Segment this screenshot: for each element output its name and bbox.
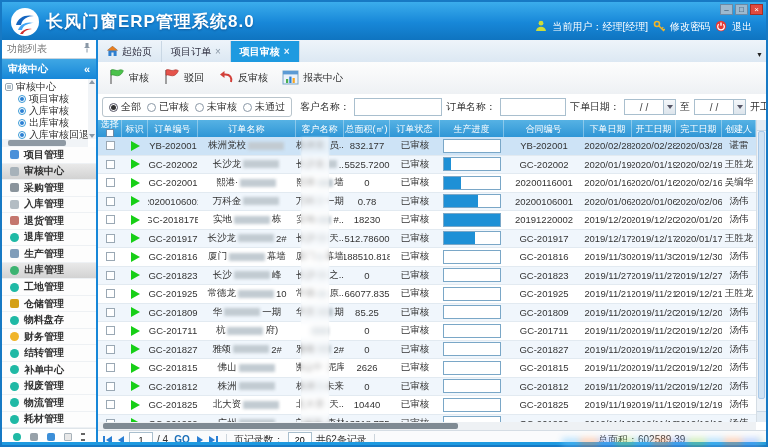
row-select-cell[interactable] [98,267,122,285]
column-header-订单名称[interactable]: 订单名称 [198,120,296,137]
logout-link[interactable]: 退出 [732,20,752,34]
table-row[interactable]: GC-201823长沙峰长沙之..0已审核GC-2018232019/11/27… [98,267,756,286]
row-select-cell[interactable] [98,378,122,396]
row-select-cell[interactable] [98,211,122,229]
table-row[interactable]: GC-201825北大资北大资天..10440已审核GC-2018252019/… [98,396,756,415]
change-password-link[interactable]: 修改密码 [670,20,710,34]
报表中心-button[interactable]: 报表中心 [282,70,343,87]
审核-button[interactable]: 审核 [108,69,149,87]
minimize-button[interactable]: – [720,4,733,15]
row-checkbox[interactable] [106,289,115,298]
order-date-from-picker[interactable]: / / [624,99,676,115]
pin-icon[interactable] [83,43,91,55]
row-select-cell[interactable] [98,359,122,377]
row-checkbox[interactable] [106,400,115,409]
document-icon[interactable] [64,433,72,441]
row-select-cell[interactable] [98,174,122,192]
sidebar-item-结转管理[interactable]: 结转管理 [2,345,96,362]
close-tab-icon[interactable]: × [215,46,221,57]
column-header-订单状态[interactable]: 订单状态 [390,120,440,137]
column-header-合同编号[interactable]: 合同编号 [504,120,584,137]
tree-node-入库审核回退[interactable]: 入库审核回退 [5,129,86,139]
sidebar-section-header[interactable]: 审核中心 « [2,59,96,79]
row-checkbox[interactable] [106,363,115,372]
radio-未通过[interactable]: 未通过 [243,100,285,114]
page-size-input[interactable] [288,432,312,442]
反审核-button[interactable]: 反审核 [218,70,268,86]
column-header-开工日期[interactable]: 开工日期 [632,120,676,137]
row-checkbox[interactable] [106,160,115,169]
row-checkbox[interactable] [106,308,115,317]
tree-vertical-scrollbar[interactable] [88,79,96,139]
close-button[interactable]: × [750,4,763,15]
sidebar-item-入库管理[interactable]: 入库管理 [2,197,96,214]
maximize-button[interactable]: □ [735,4,748,15]
row-checkbox[interactable] [106,215,115,224]
sidebar-item-退库管理[interactable]: 退库管理 [2,230,96,247]
table-horizontal-scrollbar[interactable] [98,422,756,430]
radio-icon[interactable] [195,103,204,112]
table-row[interactable]: GC-201902广州广州万森林13318.775已审核GC-201902201… [98,415,756,423]
table-row[interactable]: GC-201925常德龙10常德原..266077.835..已审核GC-201… [98,285,756,304]
scroll-up-icon[interactable] [89,80,95,84]
row-select-cell[interactable] [98,322,122,340]
sidebar-item-补单中心[interactable]: 补单中心 [2,362,96,379]
row-checkbox[interactable] [106,326,115,335]
table-row[interactable]: YB-202001株洲党校株洲党员..832.177已审核YB-20200120… [98,137,756,156]
row-checkbox[interactable] [106,141,115,150]
scroll-down-icon[interactable] [89,134,95,138]
customer-name-input[interactable] [354,98,442,116]
close-tab-icon[interactable]: × [284,46,290,57]
order-name-input[interactable] [500,98,566,116]
table-row[interactable]: GC-201815佛山佛山中泥库2626已审核GC-2018152019/11/… [98,359,756,378]
sidebar-item-退货管理[interactable]: 退货管理 [2,213,96,230]
teal-dot-icon[interactable] [13,433,21,441]
sidebar-item-出库管理[interactable]: 出库管理 [2,263,96,280]
row-checkbox[interactable] [106,271,115,280]
tab-起始页[interactable]: 起始页 [98,41,162,62]
row-select-cell[interactable] [98,415,122,423]
column-header-完工日期[interactable]: 完工日期 [676,120,722,137]
cart-icon[interactable] [30,433,38,441]
radio-icon[interactable] [147,103,156,112]
sidebar-item-物料盘存[interactable]: 物料盘存 [2,312,96,329]
table-row[interactable]: GC-201711杭府)0已审核GC-2017112019/11/202019/… [98,322,756,341]
row-select-cell[interactable] [98,285,122,303]
radio-全部[interactable]: 全部 [109,100,141,114]
scrollbar-thumb[interactable] [103,423,458,429]
radio-已审核[interactable]: 已审核 [147,100,189,114]
row-checkbox[interactable] [106,178,115,187]
row-select-cell[interactable] [98,230,122,248]
column-header-生产进度[interactable]: 生产进度 [440,120,504,137]
sidebar-item-财务管理[interactable]: 财务管理 [2,329,96,346]
row-select-cell[interactable] [98,304,122,322]
scrollbar-thumb[interactable] [758,131,765,399]
more-icon[interactable] [81,436,85,438]
select-all-checkbox[interactable] [106,129,114,137]
row-checkbox[interactable] [106,234,115,243]
table-row[interactable]: 20200106001万科金万科一期0.78已审核202001060012020… [98,193,756,212]
row-checkbox[interactable] [106,345,115,354]
row-checkbox[interactable] [106,382,115,391]
row-checkbox[interactable] [106,197,115,206]
table-row[interactable]: GC-201816厦门幕墙厦门幕墙188510.818已审核GC-2018162… [98,248,756,267]
column-header-创建人[interactable]: 创建人 [722,120,756,137]
chevron-down-icon[interactable] [733,100,745,114]
row-select-cell[interactable] [98,341,122,359]
pen-icon[interactable] [47,433,55,441]
collapse-left-icon[interactable]: « [84,63,90,75]
row-checkbox[interactable] [106,252,115,261]
table-row[interactable]: GC-201917长沙龙2#长沙天..8512.78600..已审核GC-201… [98,230,756,249]
驳回-button[interactable]: 驳回 [163,69,204,87]
table-row[interactable]: GC-201809华一期华滨期85.25已审核GC-2018092019/11/… [98,304,756,323]
column-header-标识[interactable]: 标识 [122,120,148,137]
row-select-cell[interactable] [98,396,122,414]
radio-icon[interactable] [109,103,118,112]
row-select-cell[interactable] [98,156,122,174]
tab-项目审核[interactable]: 项目审核× [231,41,300,62]
table-row[interactable]: GC-201817B实地栋实地#..18230已审核20191220002201… [98,211,756,230]
table-vertical-scrollbar[interactable] [756,120,766,422]
sidebar-item-工地管理[interactable]: 工地管理 [2,279,96,296]
scrollbar-thumb[interactable] [8,140,66,146]
page-number-input[interactable] [129,432,153,442]
